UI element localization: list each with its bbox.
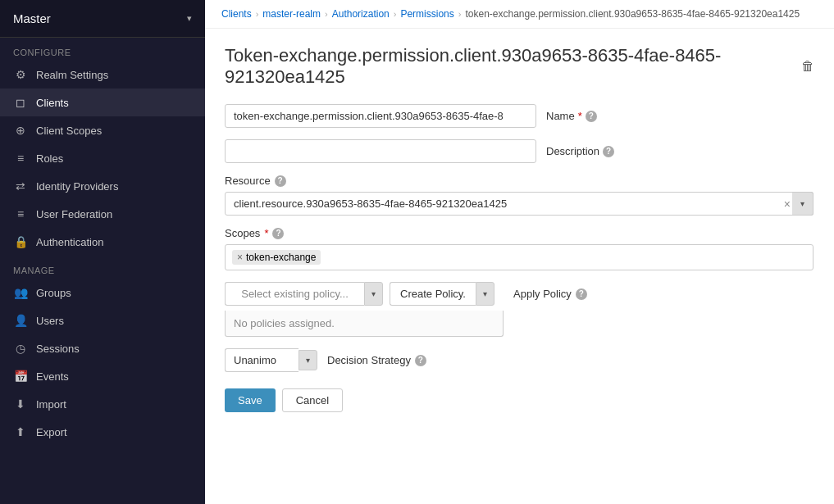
scopes-help-icon[interactable]: ?: [272, 228, 284, 239]
name-input[interactable]: [225, 104, 536, 128]
select-existing-arrow-button[interactable]: ▾: [364, 282, 383, 306]
events-icon: 📅: [13, 370, 28, 383]
sidebar-item-label-users: Users: [36, 315, 64, 327]
resource-help-icon[interactable]: ?: [275, 175, 286, 187]
resource-clear-button[interactable]: ×: [784, 198, 791, 211]
scope-tag-token-exchange: × token-exchange: [232, 250, 321, 265]
save-button[interactable]: Save: [225, 388, 276, 412]
resource-dropdown-button[interactable]: ▾: [792, 192, 813, 216]
sidebar-item-authentication[interactable]: 🔒Authentication: [0, 228, 205, 256]
policy-row: Select existing policy... ▾ Create Polic…: [225, 282, 814, 337]
apply-policy-help-icon[interactable]: ?: [576, 288, 587, 300]
decision-strategy-label: Decision Strategy ?: [327, 354, 426, 366]
no-policies-text: No policies assigned.: [225, 311, 504, 337]
sidebar-item-clients[interactable]: ◻Clients: [0, 89, 205, 116]
breadcrumb-sep-1: ›: [256, 9, 259, 19]
sidebar-item-label-clients: Clients: [36, 97, 69, 109]
user-federation-icon: ≡: [13, 207, 28, 220]
sidebar-item-import[interactable]: ⬇Import: [0, 390, 205, 418]
breadcrumb-sep-3: ›: [394, 9, 397, 19]
sidebar-item-users[interactable]: 👤Users: [0, 306, 205, 334]
export-icon: ⬆: [13, 425, 28, 438]
create-policy-button[interactable]: Create Policy.: [390, 282, 476, 306]
description-help-icon[interactable]: ?: [603, 146, 614, 157]
breadcrumb-authorization[interactable]: Authorization: [332, 8, 390, 20]
decision-select[interactable]: Unanimo: [225, 348, 299, 372]
create-policy-arrow-button[interactable]: ▾: [476, 282, 494, 306]
breadcrumb-sep-2: ›: [325, 9, 328, 19]
breadcrumb-current: token-exchange.permission.client.930a965…: [465, 8, 800, 20]
create-policy-wrap: Create Policy. ▾: [390, 282, 494, 306]
scope-tag-label: token-exchange: [246, 252, 316, 263]
resource-row: × ▾: [225, 192, 814, 216]
policy-controls: Select existing policy... ▾ Create Polic…: [225, 282, 504, 337]
name-help-icon[interactable]: ?: [586, 111, 597, 122]
sidebar-item-realm-settings[interactable]: ⚙Realm Settings: [0, 61, 205, 89]
page-title: Token-exchange.permission.client.930a965…: [225, 45, 814, 88]
sidebar-item-label-import: Import: [36, 398, 66, 411]
delete-icon[interactable]: 🗑: [801, 59, 814, 74]
resource-input[interactable]: [225, 192, 813, 216]
import-icon: ⬇: [13, 397, 28, 411]
select-existing-policy-button[interactable]: Select existing policy...: [225, 282, 364, 306]
sidebar-item-label-roles: Roles: [36, 152, 63, 165]
breadcrumb-sep-4: ›: [458, 9, 462, 19]
scope-tag-remove-icon[interactable]: ×: [237, 252, 243, 263]
sidebar-section-label: Configure: [0, 38, 205, 61]
breadcrumb-permissions[interactable]: Permissions: [400, 8, 453, 20]
sidebar-item-events[interactable]: 📅Events: [0, 362, 205, 390]
scopes-section: Scopes * ? × token-exchange: [225, 227, 814, 270]
content-area: Token-exchange.permission.client.930a965…: [205, 29, 834, 429]
description-label: Description ?: [546, 139, 645, 157]
sidebar-item-roles[interactable]: ≡Roles: [0, 144, 205, 172]
sidebar-item-label-user-federation: User Federation: [36, 208, 112, 220]
resource-section: Resource ? × ▾: [225, 175, 814, 216]
sidebar-item-label-authentication: Authentication: [36, 236, 103, 248]
main-content: Clients › master-realm › Authorization ›…: [205, 0, 834, 504]
sidebar-item-user-federation[interactable]: ≡User Federation: [0, 200, 205, 228]
sidebar-item-label-events: Events: [36, 370, 69, 383]
name-field-group: Name * ?: [225, 104, 814, 128]
sessions-icon: ◷: [13, 342, 28, 355]
realm-name: Master: [13, 11, 51, 25]
users-icon: 👤: [13, 314, 28, 327]
sidebar-item-groups[interactable]: 👥Groups: [0, 279, 205, 306]
select-existing-wrap: Select existing policy... ▾: [225, 282, 383, 306]
realm-settings-icon: ⚙: [13, 68, 28, 81]
realm-chevron-icon: ▾: [187, 13, 192, 24]
sidebar-item-label-realm-settings: Realm Settings: [36, 69, 108, 81]
name-required: *: [578, 110, 582, 122]
breadcrumb-clients[interactable]: Clients: [221, 8, 252, 20]
client-scopes-icon: ⊕: [13, 124, 28, 137]
sidebar-item-identity-providers[interactable]: ⇄Identity Providers: [0, 172, 205, 200]
description-input[interactable]: [225, 139, 536, 163]
roles-icon: ≡: [13, 152, 28, 165]
sidebar-item-label-identity-providers: Identity Providers: [36, 180, 118, 193]
cancel-button[interactable]: Cancel: [282, 388, 343, 412]
sidebar-item-sessions[interactable]: ◷Sessions: [0, 334, 205, 362]
resource-section-label: Resource ?: [225, 175, 814, 187]
name-label: Name * ?: [546, 104, 645, 122]
authentication-icon: 🔒: [13, 235, 28, 248]
scopes-section-label: Scopes * ?: [225, 227, 814, 239]
sidebar-item-label-groups: Groups: [36, 287, 71, 299]
clients-icon: ◻: [13, 96, 28, 109]
scopes-input[interactable]: × token-exchange: [225, 244, 813, 270]
scopes-required: *: [264, 227, 268, 239]
sidebar-item-client-scopes[interactable]: ⊕Client Scopes: [0, 116, 205, 144]
sidebar-item-label-export: Export: [36, 426, 67, 438]
decision-strategy-row: Unanimo ▾ Decision Strategy ?: [225, 348, 814, 372]
decision-arrow-button[interactable]: ▾: [299, 350, 317, 370]
actions-row: Save Cancel: [225, 388, 814, 412]
resource-input-wrap: × ▾: [225, 192, 813, 216]
breadcrumb-master-realm[interactable]: master-realm: [262, 8, 321, 20]
sidebar-section-label: Manage: [0, 256, 205, 279]
sidebar-item-export[interactable]: ⬆Export: [0, 418, 205, 446]
decision-strategy-help-icon[interactable]: ?: [415, 355, 426, 366]
sidebar-item-label-sessions: Sessions: [36, 343, 80, 355]
identity-providers-icon: ⇄: [13, 179, 28, 193]
apply-policy-label: Apply Policy ?: [513, 282, 587, 300]
page-title-text: Token-exchange.permission.client.930a965…: [225, 45, 793, 88]
groups-icon: 👥: [13, 286, 28, 299]
realm-selector[interactable]: Master ▾: [0, 0, 205, 38]
